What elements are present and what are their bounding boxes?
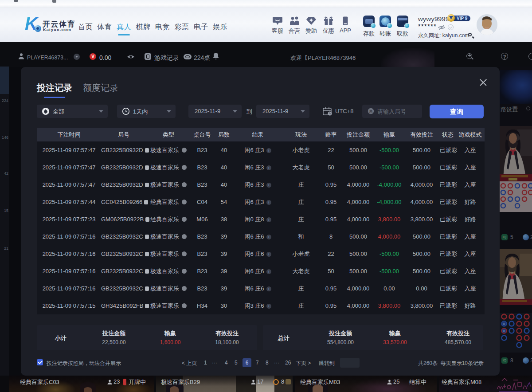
svg-text:局: 局	[369, 110, 373, 114]
